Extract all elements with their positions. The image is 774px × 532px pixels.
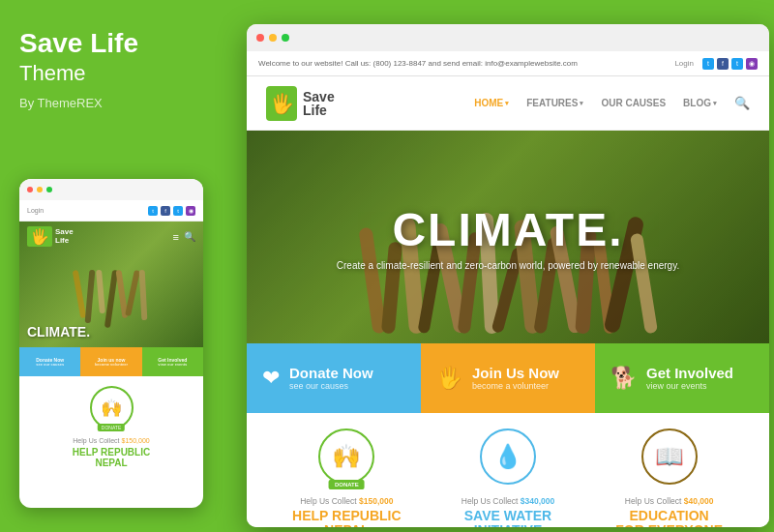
mobile-donate-button[interactable]: Donate Now see our causes [19, 347, 80, 376]
instagram-icon[interactable]: ◉ [746, 58, 758, 70]
involved-sub-text: view our events [646, 381, 733, 391]
cause-card-2: 💧 Help Us Collect $340,000 SAVE WATERINI… [432, 429, 582, 527]
dot-yellow [37, 187, 43, 192]
cause-card-3: 📖 Help Us Collect $40,000 EDUCATIONFOR E… [594, 429, 744, 527]
cause-1-ribbon: DONATE [329, 480, 365, 489]
mobile-logo-text: SaveLife [55, 228, 74, 246]
cause-3-amount: $40,000 [684, 496, 714, 506]
dot-red [27, 187, 33, 192]
cause-2-circle: 💧 [480, 429, 536, 485]
mobile-hero-text: CLIMATE. [27, 324, 90, 340]
desktop-preview: Welcome to our website! Call us: (800) 1… [247, 24, 769, 527]
nav-home[interactable]: HOME ▾ [474, 98, 509, 108]
donate-text-block: Donate Now see our causes [289, 366, 373, 392]
mobile-logo-hand-icon: 🖐 [27, 226, 52, 247]
mobile-buttons: Donate Now see our causes Join us now be… [19, 347, 203, 376]
logo-save-text: Save [303, 90, 335, 103]
mobile-menu-icons: ≡ 🔍 [173, 231, 195, 243]
involved-text-block: Get Involved view our events [646, 366, 733, 392]
dot-close[interactable] [256, 34, 264, 42]
logo-life-text: Life [303, 103, 335, 117]
nav-blog[interactable]: BLOG ▾ [683, 98, 717, 108]
login-link[interactable]: Login [674, 59, 694, 68]
join-hand-icon: 🖐 [436, 366, 462, 391]
get-involved-button[interactable]: 🐕 Get Involved view our events [595, 343, 769, 413]
mobile-preview: Login t f t ◉ 🖐 [19, 179, 203, 508]
url-right: Login t f t ◉ [674, 58, 758, 70]
mobile-logo: 🖐 SaveLife [27, 226, 74, 247]
cause-3-icon: 📖 [655, 443, 684, 470]
mobile-donate-hands-icon: 🙌 [101, 398, 122, 419]
cause-2-title: SAVE WATERINITIATIVE [464, 509, 552, 527]
dot-maximize[interactable] [282, 34, 289, 42]
mobile-social-icons: t f t ◉ [148, 206, 195, 216]
cause-1-circle: 🙌 DONATE [318, 429, 374, 485]
mobile-collect-amount: $150,000 [121, 437, 149, 444]
hero-subtitle: Create a climate-resilient and zero-carb… [247, 260, 769, 271]
cause-3-title: EDUCATIONFOR EVERYONE [615, 509, 723, 527]
instagram-icon-sm: ◉ [186, 206, 195, 216]
logo-text-block: Save Life [303, 90, 335, 117]
donate-ribbon-label: DONATE [98, 424, 125, 431]
tumblr-icon-sm: t [173, 206, 183, 216]
cta-buttons: ❤ Donate Now see our causes 🖐 Join Us no… [247, 343, 769, 413]
title-line1: Save Life [19, 29, 218, 59]
cause-1-icon: 🙌 [332, 443, 361, 470]
desktop-urlbar: Welcome to our website! Call us: (800) 1… [247, 51, 769, 76]
hero-content: CLIMATE. Create a climate-resilient and … [247, 203, 769, 271]
desktop-navbar: 🖐 Save Life HOME ▾ FEATURES ▾ OUR CAUSES… [247, 76, 769, 131]
theme-by: By ThemeREX [19, 96, 218, 110]
mobile-collect-text: Help Us Collect $150,000 [73, 437, 149, 444]
mobile-involved-button[interactable]: Get Involved view our events [142, 347, 203, 376]
theme-title: Save Life Theme [19, 29, 218, 86]
donate-now-button[interactable]: ❤ Donate Now see our causes [247, 343, 421, 413]
mobile-topbar [19, 179, 203, 200]
cause-1-title: HELP REPUBLICNEPAL [292, 509, 402, 527]
dog-icon: 🐕 [610, 366, 637, 391]
twitter-icon-sm: t [148, 206, 158, 216]
url-left: Welcome to our website! Call us: (800) 1… [258, 59, 578, 68]
heart-icon: ❤ [262, 366, 280, 391]
desktop-hero: CLIMATE. Create a climate-resilient and … [247, 131, 769, 343]
hero-title: CLIMATE. [247, 203, 769, 256]
cause-1-amount: $150,000 [359, 496, 393, 506]
mobile-login[interactable]: Login [27, 207, 44, 214]
cause-card-1: 🙌 DONATE Help Us Collect $150,000 HELP R… [272, 429, 422, 527]
cause-2-collect: Help Us Collect $340,000 [461, 496, 554, 506]
title-line2: Theme [19, 61, 218, 86]
dot-green [46, 187, 52, 192]
nav-features[interactable]: FEATURES ▾ [526, 98, 583, 108]
left-panel: Save Life Theme By ThemeREX Login t f t … [0, 0, 237, 532]
facebook-icon[interactable]: f [717, 58, 729, 70]
cause-1-collect: Help Us Collect $150,000 [300, 496, 393, 506]
search-icon-nav[interactable]: 🔍 [734, 96, 750, 110]
cause-3-circle: 📖 [641, 429, 698, 485]
desktop-topbar [247, 24, 769, 51]
url-welcome-text: Welcome to our website! Call us: (800) 1… [258, 59, 578, 68]
hand-svg-icon: 🖐 [270, 92, 294, 115]
join-sub-text: become a volunteer [472, 381, 559, 391]
cause-2-icon: 💧 [493, 443, 522, 470]
mobile-join-button[interactable]: Join us now become volunteer [80, 347, 141, 376]
hamburger-icon[interactable]: ≡ [173, 231, 179, 243]
dot-minimize[interactable] [269, 34, 277, 42]
mobile-donate-section: 🙌 DONATE Help Us Collect $150,000 HELP R… [19, 376, 203, 474]
join-us-button[interactable]: 🖐 Join Us now become a volunteer [421, 343, 595, 413]
cause-3-collect: Help Us Collect $40,000 [625, 496, 714, 506]
twitter-icon[interactable]: t [702, 58, 714, 70]
involved-main-text: Get Involved [646, 366, 733, 382]
mobile-hero: 🖐 SaveLife ≡ 🔍 CLIMATE. [19, 222, 203, 347]
mobile-search-icon[interactable]: 🔍 [184, 231, 195, 242]
join-main-text: Join Us now [472, 366, 559, 382]
cause-2-amount: $340,000 [521, 496, 554, 506]
desktop-logo: 🖐 Save Life [266, 86, 335, 121]
mobile-nav: 🖐 SaveLife ≡ 🔍 [19, 226, 203, 247]
logo-hand-icon: 🖐 [266, 86, 297, 121]
tumblr-icon[interactable]: t [731, 58, 743, 70]
mobile-donate-circle: 🙌 DONATE [90, 386, 134, 429]
join-text-block: Join Us now become a volunteer [472, 366, 559, 392]
facebook-icon-sm: f [161, 206, 170, 216]
donate-main-text: Donate Now [289, 366, 373, 382]
desktop-nav-links: HOME ▾ FEATURES ▾ OUR CAUSES BLOG ▾ 🔍 [474, 96, 750, 110]
nav-causes[interactable]: OUR CAUSES [601, 98, 666, 108]
